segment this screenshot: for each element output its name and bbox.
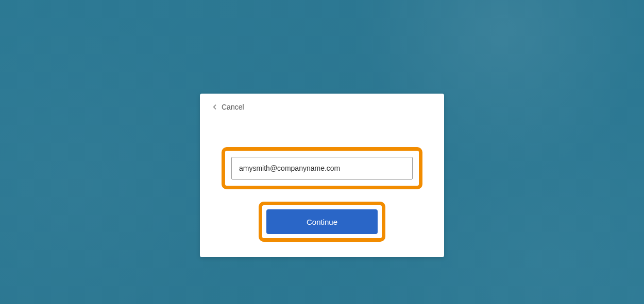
- card-body: Continue: [200, 111, 444, 257]
- card-header: Cancel: [200, 94, 444, 111]
- chevron-left-icon: [211, 103, 218, 111]
- continue-button-highlight: Continue: [259, 202, 385, 242]
- email-input-highlight: [222, 147, 422, 189]
- login-card: Cancel Continue: [200, 94, 444, 257]
- cancel-link[interactable]: Cancel: [222, 103, 244, 111]
- background-scene: Cancel Continue: [0, 0, 644, 304]
- email-input[interactable]: [231, 157, 413, 180]
- continue-button[interactable]: Continue: [266, 209, 378, 234]
